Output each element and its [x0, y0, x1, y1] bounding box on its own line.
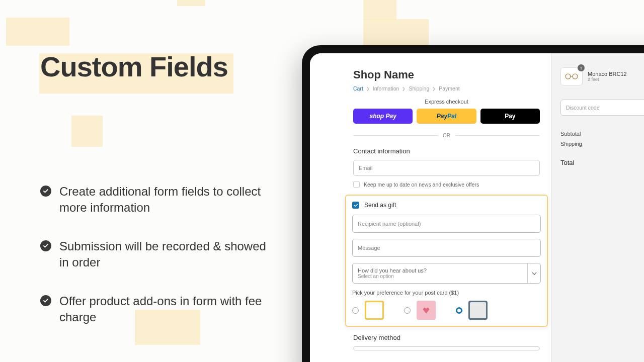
recipient-name-field[interactable]: Recipient name (optional)	[352, 215, 541, 233]
check-icon	[40, 240, 51, 251]
postcard-label: Pick your preference for your post card …	[352, 290, 541, 296]
cart-item: 1 Monaco BRC12 2 feet	[560, 67, 644, 85]
feature-item: Offer product add-ons in form with fee c…	[40, 293, 267, 326]
check-icon	[40, 295, 51, 306]
chevron-down-icon	[527, 263, 540, 283]
postcard-option-1[interactable]	[352, 301, 384, 320]
radio-checked[interactable]	[456, 307, 462, 314]
shop-pay-button[interactable]: shop Pay	[353, 109, 413, 124]
send-as-gift-checkbox[interactable]	[352, 202, 359, 209]
shipping-row: Shipping	[560, 141, 644, 147]
feature-text: Submission will be recorded & showed in …	[59, 238, 267, 271]
discount-code-field[interactable]: Discount code	[560, 100, 644, 116]
apple-pay-button[interactable]: Pay	[480, 109, 540, 124]
paypal-button[interactable]: PayPal	[417, 109, 476, 124]
page-title: Custom Fields	[40, 50, 267, 83]
crumb-cart[interactable]: Cart	[353, 85, 363, 92]
checkbox-unchecked[interactable]	[353, 181, 360, 188]
tablet-frame: Shop Name Cart ❯ Information ❯ Shipping …	[302, 45, 644, 362]
custom-fields-panel: Send as gift Recipient name (optional) M…	[345, 195, 548, 327]
delivery-option[interactable]	[353, 346, 540, 350]
delivery-method-title: Delivery method	[353, 334, 540, 341]
postcard-thumb-3	[468, 301, 488, 320]
feature-text: Offer product add-ons in form with fee c…	[59, 293, 267, 326]
crumb-shipping[interactable]: Shipping	[409, 85, 429, 92]
order-summary: 1 Monaco BRC12 2 feet Discount code Subt…	[551, 53, 644, 362]
crumb-information[interactable]: Information	[373, 85, 399, 92]
express-checkout-label: Express checkout	[353, 99, 540, 105]
total-row: Total	[560, 159, 644, 166]
feature-item: Create additional form fields to collect…	[40, 184, 267, 216]
chevron-right-icon: ❯	[402, 86, 406, 91]
check-icon	[40, 186, 51, 197]
quantity-badge: 1	[578, 64, 585, 71]
postcard-option-2[interactable]	[404, 301, 436, 320]
postcard-thumb-2	[417, 301, 436, 320]
feature-item: Submission will be recorded & showed in …	[40, 238, 267, 271]
contact-info-title: Contact information	[353, 147, 540, 155]
svg-point-1	[573, 74, 578, 79]
radio-unchecked[interactable]	[352, 307, 359, 314]
crumb-payment[interactable]: Payment	[439, 85, 459, 92]
email-field[interactable]: Email	[353, 160, 540, 176]
svg-point-0	[566, 74, 571, 79]
decor-square	[363, 0, 396, 20]
subtotal-row: Subtotal	[560, 131, 644, 137]
chevron-right-icon: ❯	[432, 86, 436, 91]
product-name: Monaco BRC12	[588, 71, 644, 77]
message-field[interactable]: Message	[352, 239, 541, 257]
breadcrumb: Cart ❯ Information ❯ Shipping ❯ Payment	[353, 85, 540, 92]
shop-title: Shop Name	[353, 68, 540, 81]
postcard-option-3[interactable]	[456, 301, 488, 320]
newsletter-label: Keep me up to date on news and exclusive…	[364, 182, 479, 188]
feature-text: Create additional form fields to collect…	[59, 184, 267, 216]
chevron-right-icon: ❯	[366, 86, 370, 91]
send-as-gift-label: Send as gift	[364, 202, 396, 209]
postcard-thumb-1	[365, 301, 384, 320]
newsletter-checkbox-row[interactable]: Keep me up to date on news and exclusive…	[353, 181, 540, 188]
decor-square	[363, 19, 429, 48]
radio-unchecked[interactable]	[404, 307, 411, 314]
how-hear-select[interactable]: How did you hear about us? Select an opt…	[352, 263, 541, 284]
product-variant: 2 feet	[588, 77, 644, 82]
divider-or: OR	[353, 133, 540, 138]
